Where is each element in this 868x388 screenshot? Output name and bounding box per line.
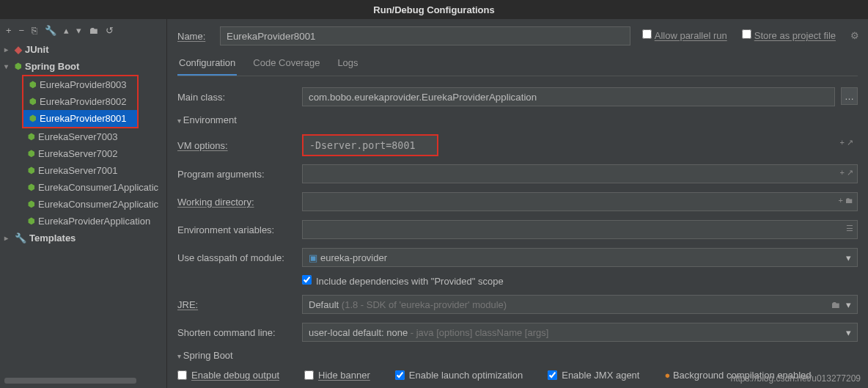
folder-icon[interactable]: 🖿 (89, 25, 98, 36)
tree-springboot[interactable]: ▾ ⬢ Spring Boot (0, 58, 166, 75)
expand-icon[interactable]: + ↗ (840, 168, 853, 177)
launch-opt-checkbox[interactable]: Enable launch optimization (395, 370, 523, 381)
wrench-icon: 🔧 (15, 233, 26, 244)
tree-item-consumer1[interactable]: ⬢ EurekaConsumer1Applicatic (0, 179, 166, 196)
tree-templates[interactable]: ▸ 🔧 Templates (0, 230, 166, 246)
tab-code-coverage[interactable]: Code Coverage (251, 53, 321, 76)
allow-parallel-checkbox[interactable]: Allow parallel run (642, 29, 727, 41)
springboot-icon: ⬢ (28, 166, 35, 175)
chevron-down-icon: ▾ (4, 62, 15, 70)
working-dir-input[interactable] (302, 192, 858, 211)
chevron-down-icon: ▾ (846, 252, 851, 263)
tab-bar: Configuration Code Coverage Logs (177, 53, 858, 76)
window-title: Run/Debug Configurations (0, 0, 868, 19)
chevron-down-icon: ▾ (846, 299, 851, 310)
chevron-right-icon: ▸ (4, 45, 15, 54)
main-class-label: Main class: (177, 92, 302, 103)
sidebar: + − ⎘ 🔧 ▴ ▾ 🖿 ↺ ▸ ◆ JUnit ▾ ⬢ Spring Boo… (0, 19, 167, 388)
junit-icon: ◆ (15, 44, 22, 55)
revert-icon[interactable]: ↺ (106, 25, 114, 36)
folder-icon[interactable]: + 🖿 (839, 196, 853, 205)
env-vars-input[interactable] (302, 220, 858, 239)
working-dir-label: Working directory: (177, 197, 302, 208)
classpath-dropdown[interactable]: ▣eureka-provider ▾ (302, 248, 858, 267)
shorten-label: Shorten command line: (177, 327, 302, 338)
springboot-section[interactable]: Spring Boot (177, 350, 858, 361)
springboot-icon: ⬢ (29, 114, 37, 123)
store-project-checkbox[interactable]: Store as project file (742, 29, 836, 41)
folder-icon: 🖿 (831, 299, 840, 310)
tree-item-provider8003[interactable]: ⬢ EurekaProvider8003 (23, 76, 137, 93)
name-input[interactable] (220, 26, 630, 45)
sidebar-scrollbar[interactable] (4, 378, 136, 384)
springboot-icon: ⬢ (28, 183, 35, 192)
remove-icon[interactable]: − (19, 25, 25, 36)
highlighted-group: ⬢ EurekaProvider8003 ⬢ EurekaProvider800… (22, 75, 139, 128)
name-label: Name: (177, 31, 220, 42)
hide-banner-checkbox[interactable]: Hide banner (304, 370, 370, 381)
chevron-down-icon: ▾ (846, 327, 851, 338)
classpath-label: Use classpath of module: (177, 252, 302, 263)
jre-dropdown[interactable]: Default (1.8 - SDK of 'eureka-provider' … (302, 295, 858, 314)
jre-label: JRE: (177, 299, 302, 310)
browse-main-class-button[interactable]: … (841, 87, 858, 105)
main-class-input[interactable] (302, 87, 835, 106)
springboot-icon: ⬢ (28, 132, 35, 142)
vm-options-label: VM options: (177, 140, 302, 151)
wrench-icon[interactable]: 🔧 (45, 25, 56, 36)
program-args-label: Program arguments: (177, 169, 302, 180)
springboot-icon: ⬢ (29, 80, 37, 89)
program-args-input[interactable] (302, 164, 858, 183)
tree-item-server7002[interactable]: ⬢ EurekaServer7002 (0, 145, 166, 162)
enable-debug-checkbox[interactable]: Enable debug output (177, 370, 279, 381)
springboot-icon: ⬢ (15, 62, 22, 71)
add-icon[interactable]: + (6, 25, 12, 36)
sidebar-toolbar: + − ⎘ 🔧 ▴ ▾ 🖿 ↺ (0, 19, 166, 41)
tree-item-server7001[interactable]: ⬢ EurekaServer7001 (0, 162, 166, 179)
list-icon[interactable]: ☰ (846, 224, 853, 233)
tree-item-provider8002[interactable]: ⬢ EurekaProvider8002 (23, 93, 137, 110)
warning-icon: ● (664, 370, 670, 381)
shorten-dropdown[interactable]: user-local default: none - java [options… (302, 323, 858, 342)
include-provided-checkbox[interactable]: Include dependencies with "Provided" sco… (302, 276, 504, 287)
tree-item-providerapp[interactable]: ⬢ EurekaProviderApplication (0, 213, 166, 230)
gear-icon[interactable]: ⚙ (850, 30, 859, 41)
springboot-icon: ⬢ (28, 149, 35, 158)
tab-logs[interactable]: Logs (336, 53, 359, 76)
tab-configuration[interactable]: Configuration (177, 53, 237, 76)
down-icon[interactable]: ▾ (76, 25, 81, 36)
config-tree: ▸ ◆ JUnit ▾ ⬢ Spring Boot ⬢ EurekaProvid… (0, 41, 166, 388)
watermark: https://blog.csdn.net/u013277209 (731, 373, 861, 384)
expand-icon[interactable]: + ↗ (840, 138, 853, 147)
tree-item-provider8001[interactable]: ⬢ EurekaProvider8001 (23, 110, 137, 127)
module-icon: ▣ (309, 252, 317, 263)
content-panel: Allow parallel run Store as project file… (167, 19, 868, 388)
up-icon[interactable]: ▴ (64, 25, 69, 36)
tree-junit[interactable]: ▸ ◆ JUnit (0, 41, 166, 58)
environment-section[interactable]: Environment (177, 114, 858, 125)
springboot-icon: ⬢ (28, 216, 35, 226)
tree-item-consumer2[interactable]: ⬢ EurekaConsumer2Applicatic (0, 196, 166, 213)
tree-item-server7003[interactable]: ⬢ EurekaServer7003 (0, 128, 166, 145)
env-vars-label: Environment variables: (177, 224, 302, 235)
chevron-right-icon: ▸ (4, 234, 15, 242)
springboot-icon: ⬢ (29, 97, 37, 106)
vm-options-input[interactable] (304, 136, 437, 155)
springboot-icon: ⬢ (28, 200, 35, 209)
jmx-checkbox[interactable]: Enable JMX agent (548, 370, 639, 381)
copy-icon[interactable]: ⎘ (32, 25, 37, 36)
